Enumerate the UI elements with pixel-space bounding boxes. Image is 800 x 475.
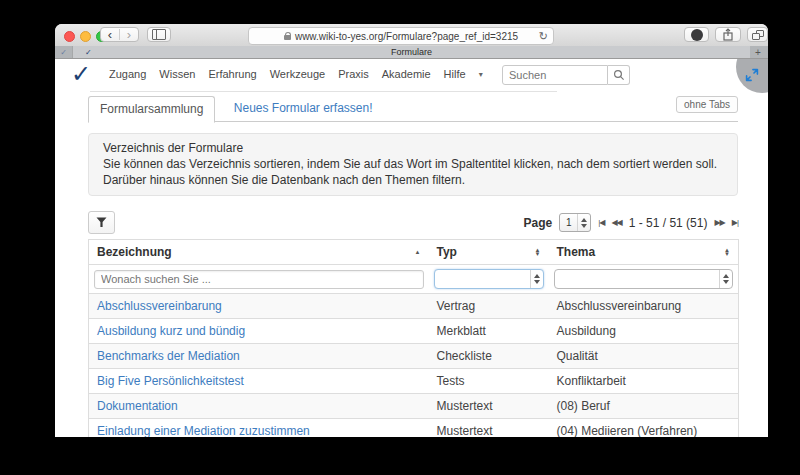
browser-tab-bar: ✓ ✓ Formulare + bbox=[55, 46, 768, 59]
column-label: Thema bbox=[557, 245, 596, 259]
page-viewport: ✓ ZugangWissenErfahrungWerkzeugePraxisAk… bbox=[55, 59, 768, 437]
menu-item-hilfe[interactable]: Hilfe bbox=[444, 68, 466, 80]
stepper-icon bbox=[719, 270, 732, 288]
search-icon bbox=[613, 69, 625, 81]
form-link[interactable]: Abschlussvereinbarung bbox=[97, 299, 222, 313]
sort-arrows-icon: ▲▼ bbox=[535, 248, 541, 256]
table-cell: Vertrag bbox=[429, 294, 549, 319]
address-bar[interactable]: www.wiki-to-yes.org/Formulare?page_ref_i… bbox=[248, 27, 554, 45]
table-cell: (04) Mediieren (Verfahren) bbox=[549, 419, 739, 438]
back-button[interactable]: ‹ bbox=[101, 29, 119, 40]
form-link[interactable]: Big Five Persönlichkeitstest bbox=[97, 374, 244, 388]
filter-button[interactable] bbox=[88, 211, 115, 234]
column-header-bezeichnung[interactable]: Bezeichnung▲ bbox=[89, 240, 429, 265]
tab-formularsammlung[interactable]: Formularsammlung bbox=[88, 96, 215, 123]
table-cell: (08) Beruf bbox=[549, 394, 739, 419]
table-row: AbschlussvereinbarungVertragAbschlussver… bbox=[89, 294, 739, 319]
ohne-tabs-button[interactable]: ohne Tabs bbox=[676, 96, 738, 113]
form-link[interactable]: Dokumentation bbox=[97, 399, 178, 413]
form-link[interactable]: Einladung einer Mediation zuzustimmen bbox=[97, 424, 310, 437]
tab-favicon: ✓ bbox=[85, 48, 92, 57]
page-select[interactable]: 1 bbox=[559, 213, 591, 232]
stepper-icon bbox=[577, 214, 590, 231]
table-row: Ausbildung kurz und bündigMerkblattAusbi… bbox=[89, 319, 739, 344]
site-navbar: ✓ ZugangWissenErfahrungWerkzeugePraxisAk… bbox=[55, 59, 768, 92]
search-input[interactable] bbox=[502, 65, 608, 85]
last-page-icon[interactable]: ▶| bbox=[732, 218, 738, 227]
table-cell: Ausbildung kurz und bündig bbox=[89, 319, 429, 344]
table-cell: Abschlussvereinbarung bbox=[549, 294, 739, 319]
filter-cell bbox=[429, 265, 549, 294]
history-nav-group: ‹ › bbox=[100, 27, 139, 42]
form-link[interactable]: Ausbildung kurz und bündig bbox=[97, 324, 245, 338]
table-filter-row bbox=[89, 265, 739, 294]
next-page-icon[interactable]: ▶▶ bbox=[714, 218, 724, 227]
filter-cell bbox=[89, 265, 429, 294]
site-logo-checkmark-icon[interactable]: ✓ bbox=[71, 60, 91, 88]
search-button[interactable] bbox=[608, 65, 630, 85]
menu-item-zugang[interactable]: Zugang bbox=[109, 68, 146, 80]
new-tab-button[interactable]: + bbox=[751, 46, 765, 58]
navbar-divider bbox=[90, 91, 557, 92]
pagination: Page 1 |◀ ◀◀ 1 - 51 / 51 (51) ▶▶ ▶| bbox=[524, 213, 739, 232]
main-menu: ZugangWissenErfahrungWerkzeugePraxisAkad… bbox=[109, 68, 483, 80]
menu-item-praxis[interactable]: Praxis bbox=[338, 68, 369, 80]
menu-item-erfahrung[interactable]: Erfahrung bbox=[208, 68, 256, 80]
minimize-window-button[interactable] bbox=[80, 31, 91, 42]
main-content: Formularsammlung Neues Formular erfassen… bbox=[88, 95, 738, 437]
table-cell: Mustertext bbox=[429, 394, 549, 419]
table-cell: Qualität bbox=[549, 344, 739, 369]
share-icon bbox=[722, 28, 734, 41]
pinned-tab[interactable]: ✓ bbox=[55, 46, 73, 58]
share-button[interactable] bbox=[715, 27, 741, 42]
reload-icon[interactable]: ↻ bbox=[539, 31, 548, 41]
column-label: Bezeichnung bbox=[97, 245, 172, 259]
table-search-input[interactable] bbox=[94, 270, 424, 289]
column-label: Typ bbox=[437, 245, 457, 259]
tab-title: Formulare bbox=[391, 47, 432, 57]
safari-window: ‹ › www.wiki-to-yes.org/Formulare?page_r… bbox=[55, 24, 768, 437]
url-text: www.wiki-to-yes.org/Formulare?page_ref_i… bbox=[295, 31, 518, 42]
table-cell: Benchmarks der Mediation bbox=[89, 344, 429, 369]
table-row: DokumentationMustertext(08) Beruf bbox=[89, 394, 739, 419]
table-header-row: Bezeichnung▲Typ▲▼Thema▲▼ bbox=[89, 240, 739, 265]
site-search bbox=[502, 65, 630, 85]
close-window-button[interactable] bbox=[64, 31, 75, 42]
first-page-icon[interactable]: |◀ bbox=[598, 218, 604, 227]
sidebar-toggle-button[interactable] bbox=[147, 27, 171, 42]
table-cell: Dokumentation bbox=[89, 394, 429, 419]
forms-table: Bezeichnung▲Typ▲▼Thema▲▼ bbox=[88, 239, 739, 437]
form-link[interactable]: Benchmarks der Mediation bbox=[97, 349, 240, 363]
funnel-icon bbox=[96, 217, 107, 228]
previous-page-icon[interactable]: ◀◀ bbox=[611, 218, 621, 227]
column-header-typ[interactable]: Typ▲▼ bbox=[429, 240, 549, 265]
typ-filter-select[interactable] bbox=[434, 269, 544, 289]
menu-item-wissen[interactable]: Wissen bbox=[159, 68, 195, 80]
sort-arrows-icon: ▲ bbox=[415, 250, 421, 254]
stepper-icon bbox=[530, 270, 543, 288]
sidebar-icon bbox=[152, 29, 166, 40]
table-cell: Big Five Persönlichkeitstest bbox=[89, 369, 429, 394]
forward-button[interactable]: › bbox=[119, 29, 138, 40]
pinned-tab-favicon: ✓ bbox=[60, 48, 67, 57]
show-all-tabs-button[interactable] bbox=[747, 27, 768, 42]
pagination-range: 1 - 51 / 51 (51) bbox=[629, 216, 708, 230]
thema-filter-select[interactable] bbox=[554, 269, 734, 289]
table-cell: Mustertext bbox=[429, 419, 549, 438]
table-row: Einladung einer Mediation zuzustimmenMus… bbox=[89, 419, 739, 438]
table-cell: Ausbildung bbox=[549, 319, 739, 344]
intro-title: Verzeichnis der Formulare bbox=[103, 140, 719, 156]
chevron-down-icon[interactable]: ▾ bbox=[479, 70, 483, 79]
table-row: Big Five PersönlichkeitstestTestsKonflik… bbox=[89, 369, 739, 394]
extension-button[interactable] bbox=[684, 27, 709, 42]
table-cell: Tests bbox=[429, 369, 549, 394]
tab-neues-formular-link[interactable]: Neues Formular erfassen! bbox=[234, 101, 373, 115]
table-controls-row: Page 1 |◀ ◀◀ 1 - 51 / 51 (51) ▶▶ ▶| bbox=[88, 210, 738, 235]
menu-item-werkzeuge[interactable]: Werkzeuge bbox=[270, 68, 325, 80]
lock-icon bbox=[284, 32, 291, 40]
menu-item-akademie[interactable]: Akademie bbox=[382, 68, 431, 80]
column-header-thema[interactable]: Thema▲▼ bbox=[549, 240, 739, 265]
table-row: Benchmarks der MediationChecklisteQualit… bbox=[89, 344, 739, 369]
sort-arrows-icon: ▲▼ bbox=[724, 248, 730, 256]
active-browser-tab[interactable]: ✓ Formulare bbox=[73, 46, 750, 58]
